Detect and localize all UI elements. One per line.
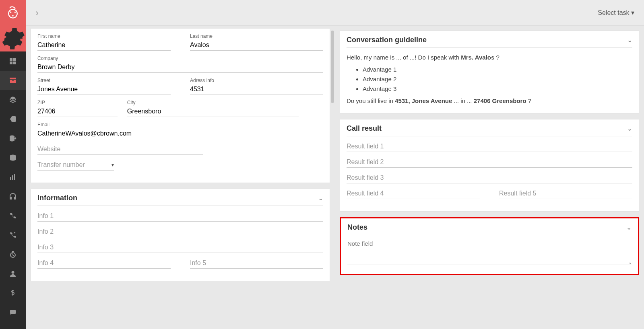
notes-title: Notes [347, 223, 367, 232]
street-field[interactable] [37, 84, 171, 95]
user-icon [9, 269, 17, 278]
select-task-label: Select task [598, 9, 629, 16]
city-field[interactable] [127, 106, 299, 117]
svg-rect-8 [10, 78, 16, 79]
info5-field[interactable] [190, 258, 323, 269]
select-task-dropdown[interactable]: Select task ▾ [598, 9, 634, 16]
scrollbar-thumb[interactable] [331, 31, 334, 103]
topbar: › Select task ▾ [26, 0, 644, 26]
notes-card: Notes ⌄ [340, 217, 639, 275]
headset-icon [9, 192, 17, 200]
email-label: Email [37, 122, 323, 127]
caret-down-icon: ▾ [111, 162, 114, 168]
nav-db-in[interactable] [0, 109, 26, 129]
guideline-live-suffix: ? [526, 97, 532, 104]
last-name-field[interactable] [190, 40, 323, 51]
nav-phone[interactable] [0, 206, 26, 225]
guideline-advantage-2: Advantage 2 [363, 74, 632, 84]
settings-button[interactable] [0, 26, 26, 51]
guideline-live-prefix: Do you still live in [347, 97, 395, 104]
svg-rect-9 [10, 80, 16, 83]
email-field[interactable] [37, 128, 323, 139]
svg-rect-14 [10, 177, 11, 180]
grid-icon [9, 57, 17, 65]
guideline-line-1: Hello, my name is ... of ...! Do I speak… [347, 53, 632, 62]
svg-point-3 [12, 15, 14, 16]
database-out-icon [9, 134, 17, 142]
layers-icon [9, 96, 17, 104]
guideline-line-2: Do you still live in 4531, Jones Avenue … [347, 96, 632, 106]
guideline-hello-suffix: ? [494, 54, 500, 61]
info4-field[interactable] [37, 258, 171, 269]
chat-icon [9, 308, 17, 316]
svg-point-1 [10, 11, 12, 13]
nav-database[interactable] [0, 148, 26, 167]
result3-field[interactable] [347, 173, 632, 183]
guideline-card: Conversation guideline ⌄ Hello, my name … [340, 31, 639, 113]
app-logo[interactable] [0, 0, 26, 26]
transfer-number-select[interactable]: Transfer number ▾ [37, 160, 114, 171]
nav-db-out[interactable] [0, 129, 26, 148]
svg-rect-15 [12, 175, 13, 180]
svg-rect-18 [14, 197, 16, 199]
website-field[interactable] [37, 144, 203, 155]
svg-rect-21 [10, 310, 16, 314]
chart-icon [9, 173, 17, 181]
chevron-down-icon[interactable]: ⌄ [626, 224, 632, 231]
result1-field[interactable] [347, 141, 632, 152]
gear-icon [0, 26, 26, 51]
company-field[interactable] [37, 62, 323, 73]
info3-field[interactable] [37, 242, 323, 253]
guideline-hello-prefix: Hello, my name is ... of ...! Do I speak… [347, 54, 461, 61]
chevron-down-icon[interactable]: ⌄ [627, 125, 632, 132]
left-column: First name Last name Company Street Ad [26, 26, 335, 329]
main-content: First name Last name Company Street Ad [26, 26, 644, 329]
guideline-advantage-1: Advantage 1 [363, 65, 632, 74]
svg-point-2 [14, 11, 16, 13]
guideline-live-mid: ... in ... [452, 97, 473, 104]
nav-reports[interactable] [0, 167, 26, 187]
nav-user[interactable] [0, 264, 26, 283]
nav-layers[interactable] [0, 90, 26, 109]
street-label: Street [37, 78, 171, 83]
nav-chat[interactable] [0, 302, 26, 322]
result5-field[interactable] [499, 188, 632, 199]
call-result-title: Call result [347, 124, 382, 133]
info2-field[interactable] [37, 226, 323, 237]
svg-rect-7 [13, 62, 16, 64]
zip-label: ZIP [37, 100, 118, 105]
city-label: City [127, 100, 299, 105]
information-title: Information [37, 194, 77, 202]
result2-field[interactable] [347, 157, 632, 168]
nav-timer[interactable] [0, 245, 26, 264]
nav-archive[interactable] [0, 71, 26, 90]
nav-call-callback[interactable] [0, 225, 26, 245]
result4-field[interactable] [347, 188, 480, 199]
chevron-down-icon[interactable]: ⌄ [318, 194, 323, 202]
nav-billing[interactable] [0, 283, 26, 302]
last-name-label: Last name [190, 33, 323, 39]
guideline-address-2: 27406 Greensboro [474, 97, 526, 104]
sidebar [0, 0, 26, 329]
nav-dashboard[interactable] [0, 51, 26, 71]
information-card: Information ⌄ [31, 189, 330, 281]
call-result-card: Call result ⌄ [340, 119, 639, 212]
database-icon [9, 154, 17, 162]
address-info-field[interactable] [190, 84, 323, 95]
svg-rect-6 [10, 62, 12, 64]
note-field[interactable] [347, 240, 632, 265]
svg-rect-4 [10, 58, 12, 61]
info1-field[interactable] [37, 211, 323, 222]
first-name-field[interactable] [37, 40, 171, 51]
guideline-title: Conversation guideline [347, 36, 427, 44]
nav-headset[interactable] [0, 187, 26, 206]
svg-point-20 [12, 271, 14, 274]
transfer-number-placeholder: Transfer number [37, 161, 85, 169]
back-chevron-icon[interactable]: › [35, 7, 39, 19]
chevron-down-icon[interactable]: ⌄ [627, 36, 632, 44]
zip-field[interactable] [37, 106, 118, 117]
dollar-icon [9, 289, 17, 297]
company-label: Company [37, 56, 323, 61]
phone-callback-icon [9, 231, 17, 239]
stopwatch-icon [9, 250, 17, 258]
